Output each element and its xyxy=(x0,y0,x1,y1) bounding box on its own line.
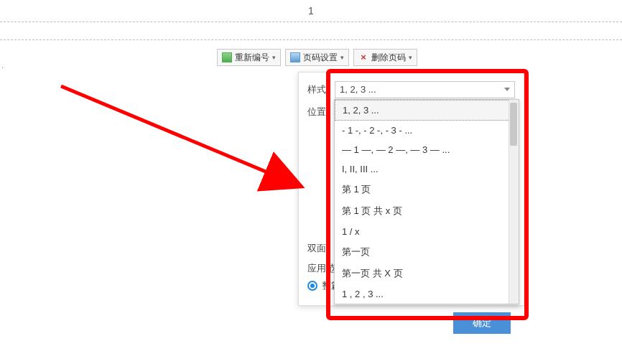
style-dropdown: 1, 2, 3 ...- 1 -, - 2 -, - 3 - ...— 1 —,… xyxy=(334,99,519,304)
page-settings-button[interactable]: 页码设置 ▾ xyxy=(285,49,349,66)
dropdown-item[interactable]: I, II, III ... xyxy=(335,159,519,179)
dropdown-item[interactable]: 1 / x xyxy=(335,222,519,241)
chevron-down-icon: ▾ xyxy=(272,54,276,61)
page-number-header: 1 xyxy=(0,0,622,22)
radio-checked-icon xyxy=(307,281,317,291)
close-icon: × xyxy=(358,52,368,62)
page-number-text: 1 xyxy=(308,5,314,17)
dropdown-item[interactable]: 1 , 2 , 3 ... xyxy=(335,284,519,304)
dropdown-item[interactable]: 第一页 共 X 页 xyxy=(335,263,519,284)
dropdown-item[interactable]: 第 1 页 共 x 页 xyxy=(335,200,519,222)
page-settings-icon xyxy=(290,52,300,62)
renumber-label: 重新编号 xyxy=(235,52,269,64)
delete-pn-label: 删除页码 xyxy=(371,52,406,64)
chevron-down-icon: ▾ xyxy=(409,54,412,61)
ok-button[interactable]: 确定 xyxy=(453,312,511,334)
double-side-label: 双面 xyxy=(307,243,326,253)
position-label: 位置 xyxy=(307,106,335,118)
page-number-toolbar: 重新编号 ▾ 页码设置 ▾ × 删除页码 ▾ xyxy=(217,49,417,66)
style-select[interactable]: 1, 2, 3 ... xyxy=(335,81,515,98)
header-separator-1 xyxy=(0,22,622,22)
header-separator-2 xyxy=(0,39,622,40)
page-settings-label: 页码设置 xyxy=(303,52,338,64)
chevron-down-icon xyxy=(504,88,510,91)
delete-page-number-button[interactable]: × 删除页码 ▾ xyxy=(353,49,417,66)
style-select-value: 1, 2, 3 ... xyxy=(340,84,376,95)
dropdown-item[interactable]: 1, 2, 3 ... xyxy=(335,100,519,121)
scrollbar-thumb[interactable] xyxy=(510,103,517,146)
renumber-icon xyxy=(222,52,232,62)
scrollbar[interactable] xyxy=(509,100,519,304)
annotation-arrow xyxy=(57,57,316,201)
svg-line-0 xyxy=(61,86,302,187)
style-label: 样式 xyxy=(307,83,335,96)
chevron-down-icon: ▾ xyxy=(340,54,344,61)
dropdown-item[interactable]: — 1 —, — 2 —, — 3 — ... xyxy=(335,140,519,159)
dropdown-list: 1, 2, 3 ...- 1 -, - 2 -, - 3 - ...— 1 —,… xyxy=(335,100,519,304)
dropdown-item[interactable]: 第 1 页 xyxy=(335,179,519,200)
margin-mark: . xyxy=(1,61,4,70)
dropdown-item[interactable]: - 1 -, - 2 -, - 3 - ... xyxy=(335,121,519,140)
ok-label: 确定 xyxy=(473,317,491,330)
style-row: 样式 1, 2, 3 ... xyxy=(307,81,515,98)
renumber-button[interactable]: 重新编号 ▾ xyxy=(217,49,281,66)
dropdown-item[interactable]: 第一页 xyxy=(335,241,519,263)
